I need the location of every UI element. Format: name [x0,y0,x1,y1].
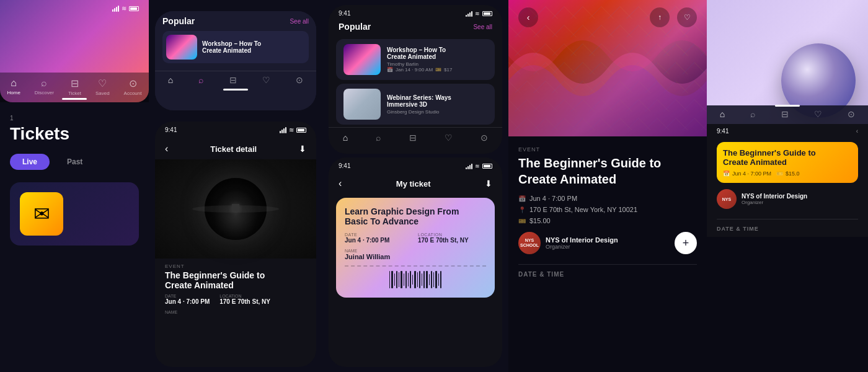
tgc-date-label: DATE [345,232,413,237]
calendar-icon-1: 📅 [387,67,393,73]
p3-nav-account[interactable]: ⊙ [480,133,488,143]
p4-organizer-row: NYSSCHOOL NYS of Interior Design Organiz… [518,232,697,254]
p2-event-card[interactable]: Workshop – How ToCreate Animated [162,31,309,63]
p4-location-icon: 📍 [518,206,526,213]
sphere-center [232,204,239,211]
my-ticket-download[interactable]: ⬇ [485,179,492,188]
tgc-date-value: Jun 4 · 7:00 PM [345,237,413,244]
download-icon[interactable]: ⬇ [299,144,306,154]
p5-home-indicator [707,105,868,107]
screen-number: 1 [10,115,139,122]
p4-event-label: EVENT [518,146,697,153]
p3-nav-home[interactable]: ⌂ [343,133,348,143]
p2-nav-saved[interactable]: ♡ [262,75,270,85]
p5-date-label: DATE & TIME [717,226,858,232]
p3-see-all[interactable]: See all [473,24,492,30]
p2-popular-phone: Popular See all Workshop – How ToCreate … [155,11,316,110]
p2-phone-nav: ⌂ ⌕ ⊟ ♡ ⊙ [155,71,316,89]
p3-event-info-2: Webinar Series: WaysImmersive 3D Ginsber… [387,94,487,115]
my-ticket-header: ‹ My ticket ⬇ [329,172,502,193]
nav-ticket-p1[interactable]: ⊟ Ticket [68,78,81,96]
p4-follow-button[interactable]: + [675,232,697,254]
nav-discover-label: Discover [35,90,54,95]
nav-discover-p1[interactable]: ⌕ Discover [35,78,54,96]
p2-home-indicator [223,89,248,91]
p3-signal [466,11,472,17]
p4-back-button[interactable]: ‹ [518,7,538,27]
back-arrow[interactable]: ‹ [165,143,168,154]
heart-icon-btn[interactable]: ♡ [677,7,697,27]
tickets-title: Tickets [10,124,139,144]
p5-nav-ticket[interactable]: ⊟ [781,109,789,119]
p4-hero-image: ‹ ↑ ♡ [508,0,707,136]
ticket-perforation [345,265,486,289]
p2-nav-account[interactable]: ⊙ [296,75,303,85]
p5-time: 9:41 [717,128,728,135]
nav-ticket-label: Ticket [68,91,81,96]
tab-past[interactable]: Past [55,154,95,170]
p4-organizer-label: Organizer [546,244,618,250]
p3-wifi: ≋ [475,11,480,17]
tab-live[interactable]: Live [10,154,50,170]
discover-icon: ⌕ [41,78,47,89]
p3-battery [482,11,492,16]
p5-mini-ticket-card[interactable]: The Beginner's Guide toCreate Animated 📅… [717,142,858,183]
p5-organizer-section: NYS NYS of Interior Design Organizer [717,189,858,209]
p2-see-all[interactable]: See all [290,18,309,25]
p3-nav-discover[interactable]: ⌕ [376,133,381,143]
p5-nav-account[interactable]: ⊙ [848,109,855,119]
p2-nav-home[interactable]: ⌂ [168,75,173,85]
battery-icon [129,6,139,11]
p5-back-arrow[interactable]: ‹ [856,128,858,135]
panel-1: ≋ ⌂ Home ⌕ Discover ⊟ Ticket ♡ Saved ⊙ [0,0,149,372]
p5-nav-saved[interactable]: ♡ [814,109,822,119]
p5-organizer-avatar: NYS [717,189,737,209]
p2-wifi: ≋ [289,126,294,133]
wifi-icon: ≋ [122,5,126,12]
p3-event-card-1[interactable]: Workshop – How ToCreate Animated Timothy… [336,39,495,80]
p4-date-value: Jun 4 · 7:00 PM [529,195,577,202]
home-icon: ⌂ [11,78,17,89]
p2-popular-header: Popular See all [162,16,309,26]
p5-ticket-title: The Beginner's Guide toCreate Animated [723,148,852,167]
p2-nav-discover[interactable]: ⌕ [198,75,203,85]
p5-phone-nav: ⌂ ⌕ ⊟ ♡ ⊙ [707,105,868,124]
p4-action-icons: ↑ ♡ [650,7,697,27]
nav-account-p1[interactable]: ⊙ Account [124,78,142,96]
p2-nav-ticket[interactable]: ⊟ [229,75,237,85]
p3-ticket-wifi: ≋ [475,163,480,169]
p3-nav-saved[interactable]: ♡ [445,133,453,143]
nav-home[interactable]: ⌂ Home [7,78,20,96]
date-value: Jun 4 · 7:00 PM [165,298,210,305]
p5-status-section: 9:41 ‹ [707,124,868,137]
ticket-detail-title: Ticket detail [210,144,257,154]
p4-price-row: 🎫 $15.00 [518,217,697,224]
location-label: LOCATION [219,294,270,298]
p5-price: $15.0 [786,170,800,177]
p3-nav-ticket[interactable]: ⊟ [409,133,417,143]
p4-date-time-section: DATE & TIME [518,264,697,278]
panel-3: 9:41 ≋ Popular See all Workshop – How To… [322,0,508,372]
p3-ticket-signal [466,163,472,169]
p4-location-value: 170 E 70th St, New York, NY 10021 [529,206,637,213]
p5-nav-discover[interactable]: ⌕ [750,109,755,119]
p5-organizer-label: Organizer [742,200,807,205]
nav-saved-p1[interactable]: ♡ Saved [95,78,110,96]
p5-ticket-section: The Beginner's Guide toCreate Animated 📅… [707,137,868,237]
p3-event-card-2[interactable]: Webinar Series: WaysImmersive 3D Ginsber… [336,84,495,125]
p3-event-title-1: Workshop – How ToCreate Animated [387,46,487,60]
panel-2: Popular See all Workshop – How ToCreate … [149,0,322,372]
ticket-count-icon: 🎫 [435,67,441,73]
my-ticket-title: My ticket [396,179,431,188]
p5-nav-home[interactable]: ⌂ [720,109,725,119]
my-ticket-back[interactable]: ‹ [339,178,342,189]
p4-location-row: 📍 170 E 70th St, New York, NY 10021 [518,206,697,213]
date-label: DATE [165,294,210,298]
p3-status-bar: 9:41 ≋ [329,5,502,19]
name-section-label: NAME [155,308,316,316]
ticket-card[interactable]: ✉ [10,182,139,246]
location-value: 170 E 70th St, NY [219,298,270,305]
share-icon-btn[interactable]: ↑ [650,7,670,27]
ticket-icon: ⊟ [71,78,79,89]
account-icon: ⊙ [129,78,137,89]
